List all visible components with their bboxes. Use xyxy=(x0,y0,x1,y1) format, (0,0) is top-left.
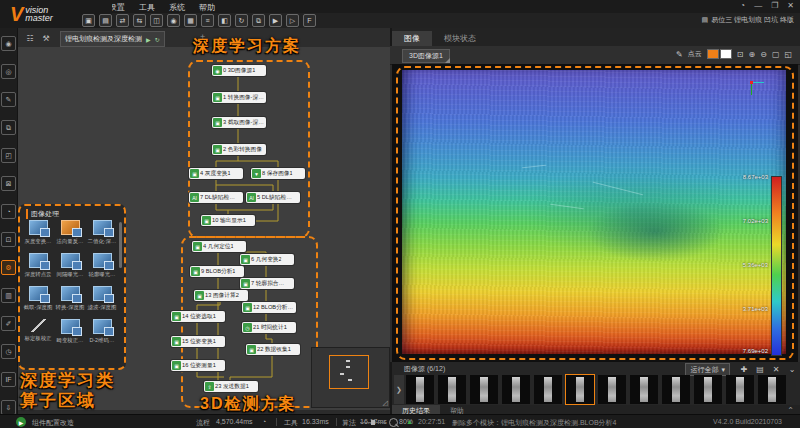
operator-item[interactable]: 深度转点云 xyxy=(22,253,54,279)
image-settings-icon[interactable]: ⚙ xyxy=(1,260,16,275)
operator-item[interactable]: 轮廓曝光… xyxy=(86,253,118,279)
image-source-dropdown[interactable]: 3D图像源1 xyxy=(402,49,450,63)
session-time-icon[interactable]: ◔ xyxy=(740,1,745,10)
image-thumbnail[interactable] xyxy=(438,375,466,404)
image-thumbnail[interactable] xyxy=(534,375,562,404)
camera-source-icon[interactable]: ◉ xyxy=(1,36,16,51)
region-delete-icon[interactable]: ⊠ xyxy=(1,176,16,191)
window-layout-icon[interactable]: ◫ xyxy=(150,14,163,27)
image-thumbnail[interactable] xyxy=(630,375,658,404)
io-module-icon[interactable]: ◧ xyxy=(218,14,231,27)
operator-scrollbar[interactable] xyxy=(119,222,122,268)
minimap-resize-icon[interactable]: ◿ xyxy=(383,399,388,407)
close-icon[interactable]: ✕ xyxy=(787,1,794,10)
color-swatch[interactable] xyxy=(707,49,719,59)
flow-node[interactable]: AI 7 DL缺陷检… xyxy=(189,192,243,203)
if-logic-icon[interactable]: IF xyxy=(1,372,16,387)
image-thumbnail[interactable] xyxy=(502,375,530,404)
restore-icon[interactable]: ❐ xyxy=(771,1,778,10)
flow-node[interactable]: AI 5 DL缺陷检… xyxy=(246,192,300,203)
film-grid-icon[interactable]: ▦ xyxy=(184,14,197,27)
flow-node[interactable]: ▣ 12 BLOB分析… xyxy=(242,302,296,313)
open-folder-icon[interactable]: ▤ xyxy=(99,14,112,27)
flow-tab[interactable]: 锂电划痕检测及深度检测 ▶ ↻ xyxy=(60,31,165,47)
menu-item[interactable]: 系统 xyxy=(167,2,187,13)
flow-minimap[interactable]: ◿ xyxy=(311,347,390,408)
history-clock-icon[interactable]: ◷ xyxy=(1,344,16,359)
image-folder-button[interactable]: ▤ xyxy=(754,363,766,375)
export-icon[interactable]: ⇆ xyxy=(133,14,146,27)
filmstrip-expand-button[interactable]: ❯ xyxy=(394,375,404,404)
image-thumbnail[interactable] xyxy=(726,375,754,404)
import-icon[interactable]: ⇄ xyxy=(116,14,129,27)
communication-icon[interactable]: ↻ xyxy=(235,14,248,27)
image-thumbnail[interactable] xyxy=(406,375,434,404)
menu-item[interactable]: 帮助 xyxy=(197,2,217,13)
one-to-one-icon[interactable]: ▢ xyxy=(772,50,780,59)
flow-node[interactable]: ▣ 15 位姿变换1 xyxy=(171,336,225,347)
image-thumbnail[interactable] xyxy=(566,375,594,404)
flow-node[interactable]: ◷ 21 时间统计1 xyxy=(242,322,296,333)
flow-node[interactable]: ▣ 13 图像计算2 xyxy=(194,290,248,301)
flow-node[interactable]: ▣ 1 转换图像-深… xyxy=(212,92,266,103)
operator-item[interactable]: 间隔曝光… xyxy=(54,253,86,279)
flow-node[interactable]: ▣ 9 BLOB分析1 xyxy=(190,266,244,277)
operator-item[interactable]: 二值化·深… xyxy=(86,220,118,246)
zoom-slider-knob[interactable] xyxy=(371,420,375,425)
brush-icon[interactable]: ✐ xyxy=(1,316,16,331)
flow-node[interactable]: ▣ 22 数据收集1 xyxy=(246,344,300,355)
flow-node[interactable]: ▣ 4 几何定位1 xyxy=(192,241,246,252)
project-indicator[interactable]: ▤ 易位三 锂电划痕 凹坑 终版 xyxy=(702,15,794,25)
image-thumbnail[interactable] xyxy=(662,375,690,404)
run-once-icon[interactable]: ▷ xyxy=(286,14,299,27)
download-icon[interactable]: ⇩ xyxy=(1,400,16,415)
chart-icon[interactable]: ▥ xyxy=(1,288,16,303)
calibration-icon[interactable]: ◎ xyxy=(1,64,16,79)
flow-run-icon[interactable]: ▶ xyxy=(146,36,151,43)
memory-icon[interactable]: ≡ xyxy=(201,14,214,27)
operator-item[interactable]: 截取-深度图 xyxy=(22,286,54,312)
analysis-pie-icon[interactable]: ◔ xyxy=(1,204,16,219)
operator-item[interactable]: 畸变校正… xyxy=(54,319,86,345)
flow-node[interactable]: ▼ 8 保存图像1 xyxy=(251,168,305,179)
delete-image-button[interactable]: ✕ xyxy=(770,363,782,375)
data-queue-icon[interactable]: ⧉ xyxy=(252,14,265,27)
zoom-slider[interactable] xyxy=(360,422,386,423)
status-play-button[interactable]: ▶ xyxy=(16,417,26,427)
flow-loop-icon[interactable]: ↻ xyxy=(155,36,160,43)
tool-wrench-icon[interactable]: ⚒ xyxy=(40,32,52,44)
fullscreen-icon[interactable]: ◱ xyxy=(784,50,792,59)
flow-node[interactable]: ▣ 16 位姿测量1 xyxy=(171,360,225,371)
save-icon[interactable]: ▣ xyxy=(82,14,95,27)
image-thumbnail[interactable] xyxy=(470,375,498,404)
fit-view-icon[interactable]: ⊡ xyxy=(737,50,744,59)
image-edit-icon[interactable]: ✎ xyxy=(1,92,16,107)
camera-icon[interactable]: ◉ xyxy=(167,14,180,27)
zoom-out-icon[interactable]: ⊖ xyxy=(760,50,767,59)
flow-node[interactable]: ▣ 3 截取图像-深… xyxy=(212,117,266,128)
roi-capture-icon[interactable]: ◰ xyxy=(1,148,16,163)
result-check-icon[interactable]: ⊡ xyxy=(1,232,16,247)
flow-node[interactable]: ▣ 4 灰度变换1 xyxy=(189,168,243,179)
color-swatch[interactable] xyxy=(720,49,732,59)
minimap-viewport[interactable] xyxy=(329,355,369,389)
function-icon[interactable]: F xyxy=(303,14,316,27)
filmstrip-collapse-icon[interactable]: ⌄ xyxy=(786,363,798,375)
menu-item[interactable]: 工具 xyxy=(137,2,157,13)
flow-node[interactable]: ▣ 7 轮廓拟合… xyxy=(240,278,294,289)
operator-item[interactable]: 灰度变换… xyxy=(22,220,54,246)
flow-node[interactable]: ▣ 6 几何变换2 xyxy=(240,254,294,265)
flow-list-icon[interactable]: ☷ xyxy=(24,32,36,44)
flow-node[interactable]: ⇪ 23 发送数据1 xyxy=(204,381,258,392)
image-thumbnail[interactable] xyxy=(758,375,786,404)
operator-item[interactable]: 标定板校正 xyxy=(22,319,54,345)
operator-item[interactable]: 转换-深度图 xyxy=(54,286,86,312)
flow-node[interactable]: ▣ 10 输出显示1 xyxy=(201,215,255,226)
run-icon[interactable]: ▶ xyxy=(269,14,282,27)
operator-item[interactable]: 法向量反… xyxy=(54,220,86,246)
image-stack-icon[interactable]: ⧉ xyxy=(1,120,16,135)
image-thumbnail[interactable] xyxy=(598,375,626,404)
operator-item[interactable]: D-2维码… xyxy=(86,319,118,345)
image-thumbnail[interactable] xyxy=(694,375,722,404)
image-panel-tab[interactable]: 图像 xyxy=(392,31,432,46)
